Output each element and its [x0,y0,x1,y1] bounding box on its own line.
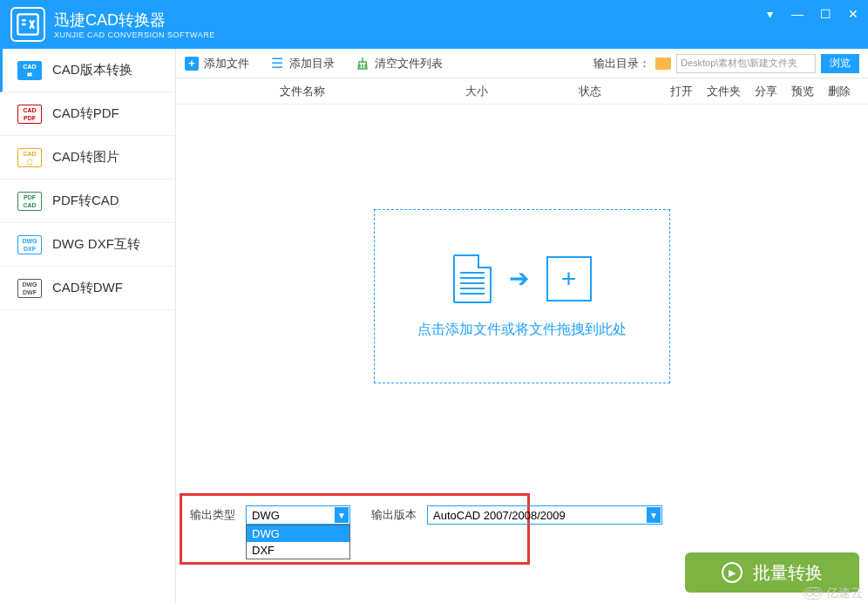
app-logo [10,7,45,42]
sidebar-item-label: PDF转CAD [52,193,119,209]
output-version-label: 输出版本 [371,507,417,523]
col-status: 状态 [533,84,647,99]
clear-list-button[interactable]: 清空文件列表 [356,56,443,71]
sidebar-item-label: DWG DXF互转 [52,236,140,253]
output-version-select[interactable]: AutoCAD 2007/2008/2009 ▼ [427,505,662,525]
play-icon: ▶ [722,562,743,583]
minimize-icon[interactable]: ― [790,7,805,21]
add-dir-button[interactable]: ☰ 添加目录 [270,56,335,71]
dropdown-option-dwg[interactable]: DWG [247,525,349,542]
menu-icon[interactable]: ▾ [762,7,777,21]
arrow-icon: ➔ [509,264,529,293]
sidebar-item-cad-dwf[interactable]: DWGDWF CAD转DWF [0,267,175,310]
sidebar-item-label: CAD转DWF [52,280,123,296]
titlebar: 迅捷CAD转换器 XUNJIE CAD CONVERSION SOFTWARE … [0,0,868,49]
maximize-icon[interactable]: ☐ [817,7,833,21]
col-preview: 预览 [791,84,814,99]
chevron-down-icon: ▼ [647,507,661,523]
col-folder: 文件夹 [707,84,741,99]
table-header: 文件名称 大小 状态 打开 文件夹 分享 预览 删除 [176,78,868,105]
app-title: 迅捷CAD转换器 [54,10,215,30]
list-icon: ☰ [270,57,284,71]
add-plus-icon: + [546,256,592,302]
sidebar-item-label: CAD转PDF [52,105,119,122]
sidebar-item-cad-version[interactable]: CAD⇄ CAD版本转换 [0,49,175,92]
bottom-bar: 输出类型 DWG ▼ DWG DXF 输出版本 AutoCAD 2007/200… [176,491,868,603]
add-file-button[interactable]: + 添加文件 [185,56,249,71]
sidebar-item-dwg-dxf[interactable]: DWGDXF DWG DXF互转 [0,223,175,267]
chevron-down-icon: ▼ [335,507,349,523]
close-icon[interactable]: ✕ [845,7,861,21]
app-subtitle: XUNJIE CAD CONVERSION SOFTWARE [54,30,215,39]
dropdown-option-dxf[interactable]: DXF [247,542,349,559]
sidebar-item-label: CAD版本转换 [52,62,132,78]
col-share: 分享 [755,84,777,99]
main-area: + 添加文件 ☰ 添加目录 清空文件列表 输出目录： 浏览 文件 [176,49,868,603]
toolbar: + 添加文件 ☰ 添加目录 清空文件列表 输出目录： 浏览 [176,49,868,78]
browse-button[interactable]: 浏览 [821,54,859,73]
col-size: 大小 [420,84,533,99]
col-open: 打开 [670,84,693,99]
output-type-dropdown: DWG DXF [246,525,350,559]
sidebar-item-cad-pdf[interactable]: CADPDF CAD转PDF [0,92,175,136]
drop-zone-text: 点击添加文件或将文件拖拽到此处 [417,321,627,339]
plus-icon: + [185,57,199,71]
output-type-label: 输出类型 [190,507,235,523]
output-type-select[interactable]: DWG ▼ [246,505,350,525]
output-dir-input[interactable] [676,54,816,73]
folder-icon [655,58,671,70]
sidebar-item-pdf-cad[interactable]: PDFCAD PDF转CAD [0,180,175,223]
sidebar-item-label: CAD转图片 [52,149,119,166]
broom-icon [356,57,370,71]
drop-zone[interactable]: ➔ + 点击添加文件或将文件拖拽到此处 [374,209,670,383]
col-filename: 文件名称 [185,84,420,99]
col-delete: 删除 [828,84,851,99]
sidebar: CAD⇄ CAD版本转换 CADPDF CAD转PDF CAD⬚ CAD转图片 … [0,49,176,603]
document-icon [453,254,492,303]
watermark: 亿速云 [804,586,863,601]
sidebar-item-cad-image[interactable]: CAD⬚ CAD转图片 [0,136,175,180]
svg-rect-0 [17,14,37,34]
output-dir-label: 输出目录： [593,56,650,71]
watermark-icon [804,587,823,600]
